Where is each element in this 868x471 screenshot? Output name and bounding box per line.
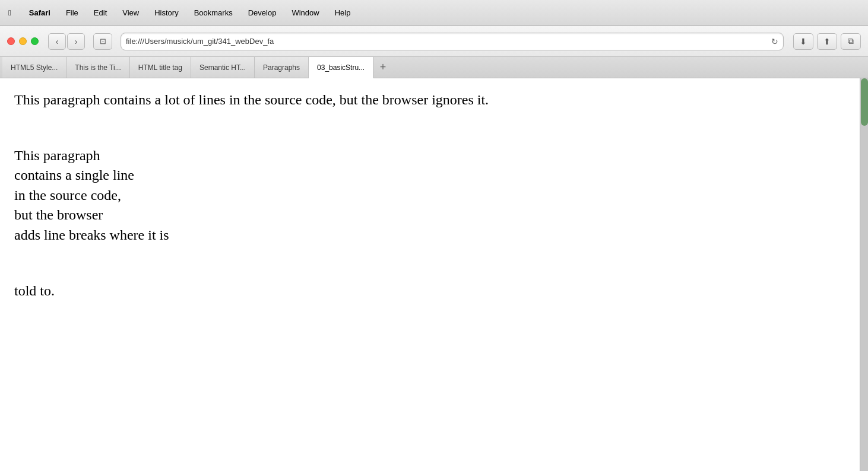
paragraph-2-line-1: This paragraph xyxy=(14,148,100,163)
back-icon: ‹ xyxy=(56,37,59,46)
share-icon: ⬆ xyxy=(823,37,831,46)
paragraph-2-line-5: adds line breaks where it is xyxy=(14,227,169,243)
menu-window[interactable]: Window xyxy=(289,7,321,18)
tab-overview-icon: ⧉ xyxy=(848,36,854,46)
menu-safari[interactable]: Safari xyxy=(27,7,53,18)
menu-bookmarks[interactable]: Bookmarks xyxy=(192,7,235,18)
new-tab-button[interactable]: + xyxy=(373,57,392,78)
paragraph-2-line-3: in the source code, xyxy=(14,187,121,203)
navigation-buttons: ‹ › xyxy=(48,33,85,50)
toolbar-actions: ⬇ ⬆ ⧉ xyxy=(793,33,861,50)
address-bar[interactable]: file:///Users/musick/um_git/341_webDev_f… xyxy=(121,33,784,50)
menu-file[interactable]: File xyxy=(64,7,81,18)
download-button[interactable]: ⬇ xyxy=(793,33,813,50)
download-icon: ⬇ xyxy=(800,37,807,46)
menu-history[interactable]: History xyxy=(152,7,180,18)
menu-edit[interactable]: Edit xyxy=(91,7,109,18)
refresh-button[interactable]: ↻ xyxy=(771,37,778,46)
tab-html-title-tag[interactable]: HTML title tag xyxy=(130,57,191,78)
sidebar-icon: ⊡ xyxy=(100,37,106,46)
scrollbar-thumb[interactable] xyxy=(861,78,868,126)
paragraph-3: told to. xyxy=(14,281,845,301)
paragraph-2-line-4: but the browser xyxy=(14,207,103,222)
menu-develop[interactable]: Develop xyxy=(246,7,279,18)
menu-bar:  Safari File Edit View History Bookmark… xyxy=(0,0,868,26)
close-button[interactable] xyxy=(7,37,15,45)
scrollbar[interactable] xyxy=(860,78,868,471)
apple-menu[interactable]:  xyxy=(6,7,14,18)
tab-label: Paragraphs xyxy=(263,63,300,72)
menu-help[interactable]: Help xyxy=(332,7,353,18)
forward-button[interactable]: › xyxy=(67,33,85,50)
paragraph-2-line-2: contains a single line xyxy=(14,167,134,183)
new-tab-overview-button[interactable]: ⧉ xyxy=(841,33,861,50)
tab-label: Semantic HT... xyxy=(199,63,246,72)
paragraph-2: This paragraph contains a single line in… xyxy=(14,146,845,246)
paragraph-1: This paragraph contains a lot of lines i… xyxy=(14,90,845,110)
tab-this-is-the-title[interactable]: This is the Ti... xyxy=(66,57,129,78)
content-area: This paragraph contains a lot of lines i… xyxy=(0,78,860,471)
tab-label: HTML5 Style... xyxy=(11,63,58,72)
minimize-button[interactable] xyxy=(19,37,27,45)
share-button[interactable]: ⬆ xyxy=(817,33,837,50)
tab-semantic-html[interactable]: Semantic HT... xyxy=(191,57,255,78)
tab-paragraphs[interactable]: Paragraphs xyxy=(255,57,309,78)
toolbar: ‹ › ⊡ file:///Users/musick/um_git/341_we… xyxy=(0,26,868,57)
window-controls xyxy=(7,37,39,45)
tab-bar: HTML5 Style... This is the Ti... HTML ti… xyxy=(0,57,868,78)
tab-label: HTML title tag xyxy=(138,63,182,72)
address-text: file:///Users/musick/um_git/341_webDev_f… xyxy=(126,37,768,46)
menu-view[interactable]: View xyxy=(120,7,141,18)
tab-html5-style[interactable]: HTML5 Style... xyxy=(2,57,66,78)
tab-03-basic-structure[interactable]: 03_basicStru... xyxy=(309,57,373,78)
tab-label: 03_basicStru... xyxy=(317,63,365,72)
sidebar-button[interactable]: ⊡ xyxy=(93,33,112,50)
forward-icon: › xyxy=(75,37,78,46)
tab-label: This is the Ti... xyxy=(75,63,121,72)
maximize-button[interactable] xyxy=(31,37,39,45)
back-button[interactable]: ‹ xyxy=(48,33,66,50)
